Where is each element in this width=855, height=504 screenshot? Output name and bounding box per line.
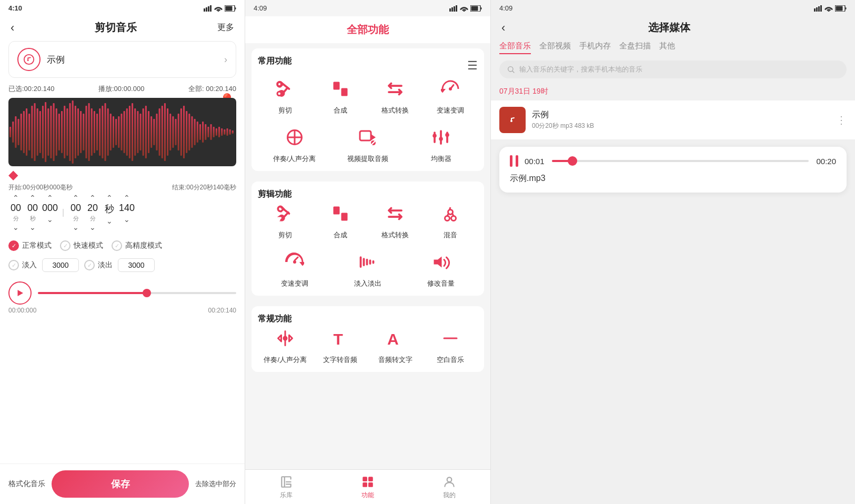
waveform-left-handle[interactable]: ◆ <box>8 167 18 182</box>
cut-fade[interactable]: 淡入淡出 <box>331 248 404 288</box>
start-sec-down[interactable]: ⌄ <box>29 224 36 231</box>
mode-fast-radio[interactable] <box>60 240 71 251</box>
player-slider-thumb[interactable] <box>568 156 577 166</box>
func-merge[interactable]: 合成 <box>313 75 368 115</box>
end-sec-spinner[interactable]: ⌃ 20 分 ⌄ <box>85 194 100 231</box>
func-convert[interactable]: 格式转换 <box>368 75 423 115</box>
save-button[interactable]: 保存 <box>52 470 189 498</box>
start-ms-spinner[interactable]: ⌃ 000 ⌄ <box>42 194 58 231</box>
reg-split[interactable]: 伴奏/人声分离 <box>258 325 313 365</box>
end-ms-down[interactable]: ⌄ <box>124 216 130 223</box>
fade-in-item[interactable]: 淡入 <box>8 260 37 270</box>
tab-other[interactable]: 其他 <box>659 41 675 54</box>
cut-func-cut[interactable]: 剪切 <box>258 200 313 240</box>
svg-rect-29 <box>61 111 63 153</box>
cut-merge[interactable]: 合成 <box>313 200 368 240</box>
start-min-up[interactable]: ⌃ <box>13 194 19 201</box>
mode-hq[interactable]: 高精度模式 <box>112 240 162 251</box>
reg-text2audio[interactable]: T 文字转音频 <box>313 325 368 365</box>
end-sec-down[interactable]: ⌄ <box>89 224 96 231</box>
svg-rect-53 <box>126 108 128 156</box>
func-eq[interactable]: 均衡器 <box>405 124 478 164</box>
end-s2-up[interactable]: ⌃ <box>106 194 113 201</box>
fade-out-input[interactable]: 3000 <box>118 258 155 272</box>
playback-progress[interactable] <box>38 292 236 294</box>
func-merge-label: 合成 <box>334 106 347 115</box>
func-speed[interactable]: 变速变调 <box>423 75 478 115</box>
svg-rect-149 <box>846 7 847 9</box>
fade-out-radio[interactable] <box>84 260 95 270</box>
start-sec-up[interactable]: ⌃ <box>29 194 36 201</box>
end-min-spinner[interactable]: ⌃ 00 分 ⌄ <box>68 194 83 231</box>
status-bar-2: 4:09 <box>245 0 490 16</box>
end-ms-up[interactable]: ⌃ <box>124 194 130 201</box>
nav-mine[interactable]: 我的 <box>442 475 456 500</box>
remove-button[interactable]: 去除选中部分 <box>195 479 236 489</box>
func-extract[interactable]: 视频提取音频 <box>331 124 404 164</box>
fade-in-input[interactable]: 3000 <box>42 258 79 272</box>
media-item[interactable]: 示例 00分20秒 mp3 483 kB ⋮ <box>491 100 855 139</box>
nav-functions[interactable]: 功能 <box>361 475 375 500</box>
end-s2-down[interactable]: ⌄ <box>106 217 113 225</box>
svg-rect-45 <box>104 103 106 161</box>
mode-normal-radio[interactable] <box>8 240 19 251</box>
svg-rect-67 <box>164 103 166 161</box>
back-button-3[interactable]: ‹ <box>501 21 505 35</box>
menu-icon[interactable]: ☰ <box>467 59 478 73</box>
media-more-button[interactable]: ⋮ <box>836 114 847 126</box>
end-sec-up[interactable]: ⌃ <box>89 194 96 201</box>
func-split[interactable]: 伴奏/人声分离 <box>258 124 331 164</box>
progress-thumb[interactable] <box>143 289 151 297</box>
player-slider[interactable] <box>552 160 809 162</box>
status-bar-3: 4:09 <box>491 0 855 16</box>
cut-speed[interactable]: 变速变调 <box>258 248 331 288</box>
panel-select-media: 4:09 ‹ 选择媒体 全部音乐 全部视频 手机内存 全盘扫描 其他 输入音乐的… <box>491 0 855 504</box>
date-label: 07月31日 19时 <box>491 85 855 100</box>
mode-fast[interactable]: 快速模式 <box>60 240 103 251</box>
search-bar[interactable]: 输入音乐的关键字，搜索手机本地的音乐 <box>499 61 847 78</box>
tab-internal[interactable]: 手机内存 <box>579 41 611 54</box>
end-min-down[interactable]: ⌄ <box>73 224 79 231</box>
more-button[interactable]: 更多 <box>217 22 234 33</box>
func-cut[interactable]: 剪切 <box>258 75 313 115</box>
start-ms-down[interactable]: ⌄ <box>47 216 53 223</box>
start-min-down[interactable]: ⌄ <box>13 224 19 231</box>
func-eq-label: 均衡器 <box>431 154 451 164</box>
tab-all-video[interactable]: 全部视频 <box>539 41 571 54</box>
svg-rect-11 <box>12 122 14 143</box>
tab-all-music[interactable]: 全部音乐 <box>499 41 531 54</box>
end-min-up[interactable]: ⌃ <box>73 194 79 201</box>
reg-blank[interactable]: 空白音乐 <box>423 325 478 365</box>
start-sec-spinner[interactable]: ⌃ 00 秒 ⌄ <box>25 194 40 231</box>
cut-mix-icon <box>437 200 464 227</box>
playback-row <box>0 277 245 309</box>
time-controls: 开始:00分00秒000毫秒 结束:00分20秒140毫秒 ⌃ 00 分 ⌄ ⌃… <box>0 177 245 235</box>
cut-mix[interactable]: 混音 <box>423 200 478 240</box>
reg-audio2text[interactable]: A 音频转文字 <box>368 325 423 365</box>
back-button[interactable]: ‹ <box>11 21 14 35</box>
fade-in-radio[interactable] <box>8 260 19 270</box>
battery-icon <box>225 5 236 12</box>
cut-convert[interactable]: 格式转换 <box>368 200 423 240</box>
end-ms-spinner[interactable]: ⌃ 140 ⌄ <box>119 194 135 231</box>
svg-rect-54 <box>129 106 130 158</box>
fade-out-item[interactable]: 淡出 <box>84 260 113 270</box>
start-min-spinner[interactable]: ⌃ 00 分 ⌄ <box>8 194 23 231</box>
svg-rect-61 <box>148 111 149 153</box>
format-button[interactable]: 格式化音乐 <box>8 479 45 489</box>
cut-volume[interactable]: 修改音量 <box>405 248 478 288</box>
pause-button[interactable] <box>510 155 518 167</box>
svg-rect-73 <box>180 108 182 156</box>
play-button[interactable] <box>8 281 32 305</box>
mode-hq-radio[interactable] <box>112 240 122 251</box>
waveform[interactable] <box>8 98 236 166</box>
start-ms-up[interactable]: ⌃ <box>47 194 53 201</box>
func-speed-label: 变速变调 <box>437 106 464 115</box>
nav-library[interactable]: 乐库 <box>279 475 293 500</box>
file-selector[interactable]: 示例 › <box>8 41 236 78</box>
mode-normal[interactable]: 正常模式 <box>8 240 52 251</box>
playback-start: 00:00:000 <box>8 307 36 314</box>
end-s2-spinner[interactable]: ⌃ 秒 ⌄ <box>102 194 117 231</box>
tab-scan[interactable]: 全盘扫描 <box>619 41 651 54</box>
svg-rect-88 <box>221 128 223 136</box>
